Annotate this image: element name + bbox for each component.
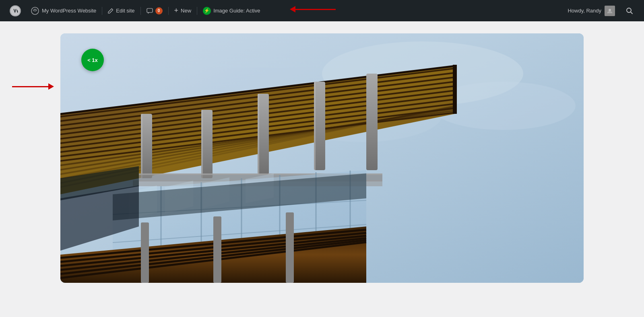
edit-site-item[interactable]: Edit site bbox=[103, 0, 139, 21]
svg-rect-35 bbox=[314, 82, 325, 170]
svg-rect-64 bbox=[213, 216, 221, 283]
search-icon bbox=[625, 7, 634, 15]
edit-site-icon bbox=[108, 8, 114, 14]
building-svg bbox=[60, 33, 584, 283]
svg-rect-63 bbox=[141, 222, 149, 283]
svg-rect-33 bbox=[258, 94, 269, 174]
svg-rect-30 bbox=[141, 114, 142, 178]
performance-item[interactable]: Image Guide: Active bbox=[198, 0, 265, 21]
main-content: < 1x bbox=[0, 21, 644, 295]
svg-rect-34 bbox=[258, 94, 259, 174]
new-plus-icon: + bbox=[174, 6, 179, 15]
badge-arrow-head bbox=[48, 83, 54, 90]
image-guide-label: Image Guide: Active bbox=[213, 8, 260, 14]
svg-point-5 bbox=[627, 8, 631, 12]
svg-rect-29 bbox=[141, 114, 152, 178]
badge-arrow-annotation bbox=[12, 83, 54, 90]
new-label: New bbox=[181, 8, 191, 14]
svg-rect-37 bbox=[366, 74, 378, 170]
svg-point-2 bbox=[35, 10, 36, 11]
svg-marker-68 bbox=[453, 65, 457, 114]
admin-bar: My WordPress Website Edit site 0 + New I… bbox=[0, 0, 644, 21]
comments-count-badge: 0 bbox=[155, 7, 163, 14]
wp-logo-item[interactable] bbox=[5, 0, 26, 21]
svg-point-4 bbox=[609, 9, 611, 11]
svg-rect-36 bbox=[314, 82, 316, 170]
performance-icon bbox=[203, 7, 211, 15]
badge-arrow-shaft bbox=[12, 86, 48, 87]
site-name-label: My WordPress Website bbox=[42, 8, 96, 14]
arrow-head-left bbox=[290, 6, 295, 12]
comments-item[interactable]: 0 bbox=[142, 0, 167, 21]
user-menu[interactable]: Howdy, Randy bbox=[563, 0, 620, 21]
size-badge-text: < 1x bbox=[87, 57, 98, 63]
image-size-badge[interactable]: < 1x bbox=[81, 49, 104, 71]
featured-image-container: < 1x bbox=[60, 33, 584, 283]
user-avatar bbox=[605, 6, 615, 16]
divider-1 bbox=[102, 7, 102, 15]
new-content-item[interactable]: + New bbox=[169, 0, 196, 21]
dashboard-icon bbox=[31, 6, 39, 15]
svg-rect-3 bbox=[147, 8, 153, 12]
dashboard-item[interactable]: My WordPress Website bbox=[26, 0, 101, 21]
divider-3 bbox=[168, 7, 169, 15]
avatar-icon bbox=[607, 8, 613, 14]
svg-rect-32 bbox=[201, 110, 203, 178]
divider-2 bbox=[140, 7, 141, 15]
edit-site-label: Edit site bbox=[116, 8, 134, 14]
building-image: < 1x bbox=[60, 33, 584, 283]
search-button[interactable] bbox=[620, 0, 639, 21]
svg-rect-65 bbox=[286, 212, 294, 283]
divider-4 bbox=[197, 7, 197, 15]
svg-rect-31 bbox=[201, 110, 213, 178]
howdy-label: Howdy, Randy bbox=[568, 8, 601, 14]
comments-icon bbox=[147, 8, 153, 14]
arrow-shaft bbox=[295, 9, 336, 10]
wp-logo-icon bbox=[10, 5, 21, 16]
top-arrow-annotation bbox=[290, 6, 336, 12]
